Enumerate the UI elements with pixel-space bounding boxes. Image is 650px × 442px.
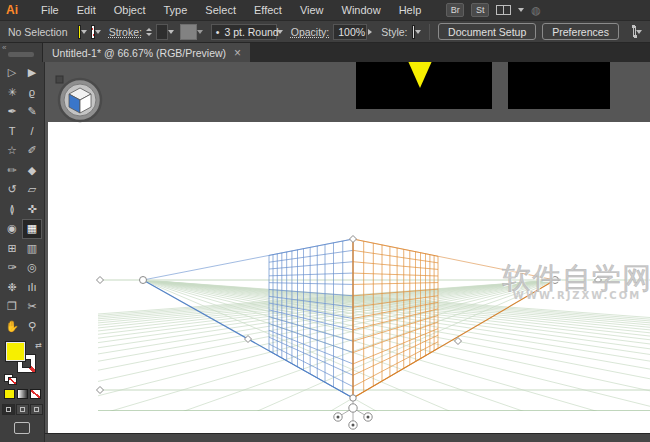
lasso-tool[interactable]: ϱ <box>22 83 42 103</box>
menu-items: FileEditObjectTypeSelectEffectViewWindow… <box>32 4 430 16</box>
grid-circle-handle[interactable] <box>349 404 357 412</box>
chevron-down-icon[interactable] <box>518 8 524 12</box>
tab-bar: « Untitled-1* @ 66.67% (RGB/Preview) × <box>0 43 650 62</box>
document-tab-title: Untitled-1* @ 66.67% (RGB/Preview) <box>52 47 226 59</box>
gradient-button[interactable] <box>17 389 28 399</box>
menu-item-effect[interactable]: Effect <box>245 4 291 16</box>
grid-circle-handle[interactable] <box>140 277 147 284</box>
brush-chevron-icon[interactable] <box>277 24 283 40</box>
stroke-weight-stepper[interactable] <box>146 24 152 40</box>
stroke-weight-field[interactable] <box>156 24 168 40</box>
stock-button[interactable]: St <box>471 3 489 17</box>
tab-close-icon[interactable]: × <box>234 48 241 58</box>
blend-tool[interactable]: ◎ <box>22 258 42 278</box>
puppet-warp-tool[interactable]: ✜ <box>22 200 42 220</box>
width-profile-chevron-icon <box>197 24 203 40</box>
default-fill-stroke-icon[interactable] <box>4 374 13 382</box>
mesh-tool[interactable]: ⊞ <box>2 239 22 259</box>
perspective-grid-tool[interactable]: ▦ <box>22 219 42 239</box>
direct-selection-tool[interactable]: ▶ <box>22 63 42 83</box>
color-button[interactable] <box>4 389 15 399</box>
brush-value: 3 pt. Round <box>224 26 278 38</box>
bottom-strip <box>45 434 650 442</box>
paintbrush-tool[interactable]: ✐ <box>22 141 42 161</box>
menu-item-window[interactable]: Window <box>333 4 390 16</box>
style-label: Style: <box>381 26 407 38</box>
illustrator-window: Ai FileEditObjectTypeSelectEffectViewWin… <box>0 0 650 442</box>
menu-item-view[interactable]: View <box>291 4 333 16</box>
menu-bar-right: Br St ◍ <box>446 3 541 17</box>
transform-widget-icon[interactable] <box>633 26 636 37</box>
canvas-area[interactable]: 软件自学网软件自学网WWW.RJZXW.COM <box>45 62 650 442</box>
draw-inside-button[interactable] <box>30 404 43 415</box>
tools-panel-header[interactable]: « <box>0 43 43 62</box>
grid-circle-handle[interactable] <box>350 395 356 401</box>
artboard-tool[interactable]: ❐ <box>2 297 22 317</box>
opacity-label[interactable]: Opacity: <box>291 26 330 38</box>
slice-tool[interactable]: ✂ <box>22 297 42 317</box>
pencil-tool[interactable]: ✏ <box>2 161 22 181</box>
menu-bar-swirl-icon: ◍ <box>531 4 541 17</box>
stroke-color-chevron-icon[interactable] <box>95 24 101 40</box>
main-area: ▷▶✳ϱ✒✎T/☆✐✏◆↺▱≬✜◉▦⊞▥✑◎❉ıIı❐✂✋⚲ ⇄ 软件自学网软件… <box>0 62 650 442</box>
menu-item-type[interactable]: Type <box>155 4 197 16</box>
artwork-rectangle <box>508 62 610 109</box>
rectangle-tool[interactable]: ☆ <box>2 141 22 161</box>
curvature-tool[interactable]: ✎ <box>22 102 42 122</box>
none-button[interactable] <box>30 389 41 399</box>
pen-tool[interactable]: ✒ <box>2 102 22 122</box>
collapse-tools-icon[interactable]: « <box>2 43 6 52</box>
tools-panel: ▷▶✳ϱ✒✎T/☆✐✏◆↺▱≬✜◉▦⊞▥✑◎❉ıIı❐✂✋⚲ ⇄ <box>0 62 45 442</box>
brush-dropdown[interactable]: •3 pt. Round <box>211 24 277 40</box>
type-tool[interactable]: T <box>2 122 22 142</box>
workspace-switcher-icon[interactable] <box>496 5 511 15</box>
rotate-tool[interactable]: ↺ <box>2 180 22 200</box>
canvas-artwork[interactable]: 软件自学网软件自学网WWW.RJZXW.COM <box>45 62 650 442</box>
swap-fill-stroke-icon[interactable]: ⇄ <box>35 341 42 350</box>
watermark: 软件自学网软件自学网WWW.RJZXW.COM <box>502 261 650 301</box>
opacity-chevron-icon[interactable] <box>367 24 373 40</box>
width-profile-dropdown <box>180 24 197 40</box>
zoom-tool[interactable]: ⚲ <box>22 317 42 337</box>
fill-indicator[interactable] <box>6 342 25 361</box>
menu-item-object[interactable]: Object <box>105 4 155 16</box>
fill-stroke-area: ⇄ <box>0 340 45 386</box>
opacity-field[interactable]: 100% <box>333 24 367 40</box>
style-chevron-icon[interactable] <box>415 24 421 40</box>
brush-dot-icon: • <box>216 26 220 38</box>
no-selection-label: No Selection <box>8 26 68 38</box>
stroke-label[interactable]: Stroke: <box>109 26 142 38</box>
draw-normal-button[interactable] <box>2 404 15 415</box>
line-segment-tool[interactable]: / <box>22 122 42 142</box>
document-tab[interactable]: Untitled-1* @ 66.67% (RGB/Preview) × <box>43 43 250 62</box>
shape-builder-tool[interactable]: ◉ <box>2 219 22 239</box>
svg-text:WWW.RJZXW.COM: WWW.RJZXW.COM <box>513 290 641 301</box>
draw-behind-button[interactable] <box>16 404 29 415</box>
width-tool[interactable]: ≬ <box>2 200 22 220</box>
document-setup-button[interactable]: Document Setup <box>438 23 536 40</box>
divider <box>429 24 430 40</box>
color-mode-row <box>0 389 44 399</box>
app-logo[interactable]: Ai <box>6 3 18 17</box>
symbol-sprayer-tool[interactable]: ❉ <box>2 278 22 298</box>
eraser-tool[interactable]: ◆ <box>22 161 42 181</box>
selection-tool[interactable]: ▷ <box>2 63 22 83</box>
menu-item-help[interactable]: Help <box>390 4 431 16</box>
bridge-button[interactable]: Br <box>446 3 464 17</box>
menu-item-edit[interactable]: Edit <box>68 4 105 16</box>
fill-color-chevron-icon[interactable] <box>81 24 87 40</box>
gradient-tool[interactable]: ▥ <box>22 239 42 259</box>
column-graph-tool[interactable]: ıIı <box>22 278 42 298</box>
menu-item-select[interactable]: Select <box>196 4 245 16</box>
menu-item-file[interactable]: File <box>32 4 68 16</box>
screen-mode-button[interactable] <box>14 422 30 434</box>
scale-tool[interactable]: ▱ <box>22 180 42 200</box>
tools-panel-grip[interactable] <box>8 52 34 57</box>
hand-tool[interactable]: ✋ <box>2 317 22 337</box>
drawing-modes-row <box>0 404 44 415</box>
stroke-weight-chevron-icon[interactable] <box>168 24 174 40</box>
magic-wand-tool[interactable]: ✳ <box>2 83 22 103</box>
menu-bar: Ai FileEditObjectTypeSelectEffectViewWin… <box>0 0 650 20</box>
eyedropper-tool[interactable]: ✑ <box>2 258 22 278</box>
preferences-button[interactable]: Preferences <box>542 23 619 40</box>
